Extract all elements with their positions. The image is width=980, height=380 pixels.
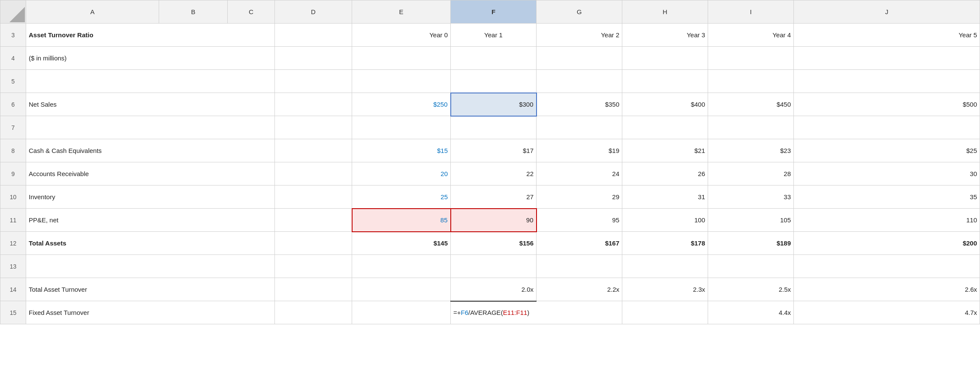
cell-i15[interactable]: 4.4x (708, 301, 794, 324)
cell-d12[interactable] (275, 232, 352, 255)
cell-e14[interactable] (352, 278, 451, 301)
cell-g6[interactable]: $350 (537, 93, 622, 116)
cell-b5[interactable] (26, 70, 275, 93)
cell-d13[interactable] (275, 255, 352, 278)
cell-b14[interactable]: Total Asset Turnover (26, 278, 275, 301)
cell-i5[interactable] (708, 70, 794, 93)
cell-j14[interactable]: 2.6x (794, 278, 980, 301)
cell-b3[interactable]: Asset Turnover Ratio (26, 24, 275, 47)
cell-g13[interactable] (537, 255, 622, 278)
cell-b9[interactable]: Accounts Receivable (26, 162, 275, 186)
cell-b12[interactable]: Total Assets (26, 232, 275, 255)
cell-g14[interactable]: 2.2x (537, 278, 622, 301)
cell-d9[interactable] (275, 162, 352, 186)
cell-b10[interactable]: Inventory (26, 186, 275, 209)
cell-j3[interactable]: Year 5 (794, 24, 980, 47)
cell-e15[interactable] (352, 301, 451, 324)
cell-h4[interactable] (622, 47, 708, 70)
cell-h12[interactable]: $178 (622, 232, 708, 255)
cell-i10[interactable]: 33 (708, 186, 794, 209)
col-header-b[interactable]: B (159, 0, 228, 24)
cell-e4[interactable] (352, 47, 451, 70)
cell-h15[interactable] (622, 301, 708, 324)
cell-h10[interactable]: 31 (622, 186, 708, 209)
cell-d4[interactable] (275, 47, 352, 70)
cell-g9[interactable]: 24 (537, 162, 622, 186)
cell-d8[interactable] (275, 139, 352, 162)
cell-d11[interactable] (275, 209, 352, 232)
col-header-c[interactable]: C (228, 0, 275, 24)
cell-h6[interactable]: $400 (622, 93, 708, 116)
cell-i6[interactable]: $450 (708, 93, 794, 116)
cell-j4[interactable] (794, 47, 980, 70)
cell-j12[interactable]: $200 (794, 232, 980, 255)
cell-f4[interactable] (451, 47, 537, 70)
cell-j7[interactable] (794, 116, 980, 139)
cell-e13[interactable] (352, 255, 451, 278)
cell-j6[interactable]: $500 (794, 93, 980, 116)
col-header-g[interactable]: G (537, 0, 622, 24)
col-header-e[interactable]: E (352, 0, 451, 24)
cell-f14[interactable]: 2.0x (451, 278, 537, 301)
cell-g5[interactable] (537, 70, 622, 93)
cell-h8[interactable]: $21 (622, 139, 708, 162)
cell-j5[interactable] (794, 70, 980, 93)
cell-f15-formula[interactable]: =+F6/AVERAGE(E11:F11) (451, 301, 622, 324)
cell-g8[interactable]: $19 (537, 139, 622, 162)
cell-i9[interactable]: 28 (708, 162, 794, 186)
cell-b4[interactable]: ($ in millions) (26, 47, 275, 70)
cell-j9[interactable]: 30 (794, 162, 980, 186)
cell-g4[interactable] (537, 47, 622, 70)
cell-f9[interactable]: 22 (451, 162, 537, 186)
cell-d10[interactable] (275, 186, 352, 209)
cell-b7[interactable] (26, 116, 275, 139)
cell-f6[interactable]: $300 (451, 93, 537, 116)
col-header-h[interactable]: H (622, 0, 708, 24)
cell-i4[interactable] (708, 47, 794, 70)
cell-h11[interactable]: 100 (622, 209, 708, 232)
cell-i8[interactable]: $23 (708, 139, 794, 162)
cell-e8[interactable]: $15 (352, 139, 451, 162)
cell-b11[interactable]: PP&E, net (26, 209, 275, 232)
cell-e11[interactable]: 85 (352, 209, 451, 232)
cell-b8[interactable]: Cash & Cash Equivalents (26, 139, 275, 162)
cell-g12[interactable]: $167 (537, 232, 622, 255)
cell-b13[interactable] (26, 255, 275, 278)
col-header-i[interactable]: I (708, 0, 794, 24)
cell-g3[interactable]: Year 2 (537, 24, 622, 47)
cell-h14[interactable]: 2.3x (622, 278, 708, 301)
cell-d15[interactable] (275, 301, 352, 324)
cell-f12[interactable]: $156 (451, 232, 537, 255)
col-header-j[interactable]: J (794, 0, 980, 24)
cell-j11[interactable]: 110 (794, 209, 980, 232)
cell-f8[interactable]: $17 (451, 139, 537, 162)
cell-h3[interactable]: Year 3 (622, 24, 708, 47)
cell-d6[interactable] (275, 93, 352, 116)
cell-f13[interactable] (451, 255, 537, 278)
cell-d14[interactable] (275, 278, 352, 301)
cell-e10[interactable]: 25 (352, 186, 451, 209)
cell-h13[interactable] (622, 255, 708, 278)
cell-e12[interactable]: $145 (352, 232, 451, 255)
cell-e9[interactable]: 20 (352, 162, 451, 186)
col-header-f[interactable]: F (451, 0, 537, 24)
cell-j8[interactable]: $25 (794, 139, 980, 162)
cell-e5[interactable] (352, 70, 451, 93)
cell-h9[interactable]: 26 (622, 162, 708, 186)
col-header-d[interactable]: D (275, 0, 352, 24)
cell-f11[interactable]: 90 (451, 209, 537, 232)
cell-i3[interactable]: Year 4 (708, 24, 794, 47)
cell-d3[interactable] (275, 24, 352, 47)
cell-i14[interactable]: 2.5x (708, 278, 794, 301)
cell-e6[interactable]: $250 (352, 93, 451, 116)
cell-i13[interactable] (708, 255, 794, 278)
cell-i11[interactable]: 105 (708, 209, 794, 232)
cell-i7[interactable] (708, 116, 794, 139)
cell-j13[interactable] (794, 255, 980, 278)
cell-f3[interactable]: Year 1 (451, 24, 537, 47)
cell-g10[interactable]: 29 (537, 186, 622, 209)
cell-b15[interactable]: Fixed Asset Turnover (26, 301, 275, 324)
cell-f10[interactable]: 27 (451, 186, 537, 209)
cell-b6[interactable]: Net Sales (26, 93, 275, 116)
cell-g7[interactable] (537, 116, 622, 139)
